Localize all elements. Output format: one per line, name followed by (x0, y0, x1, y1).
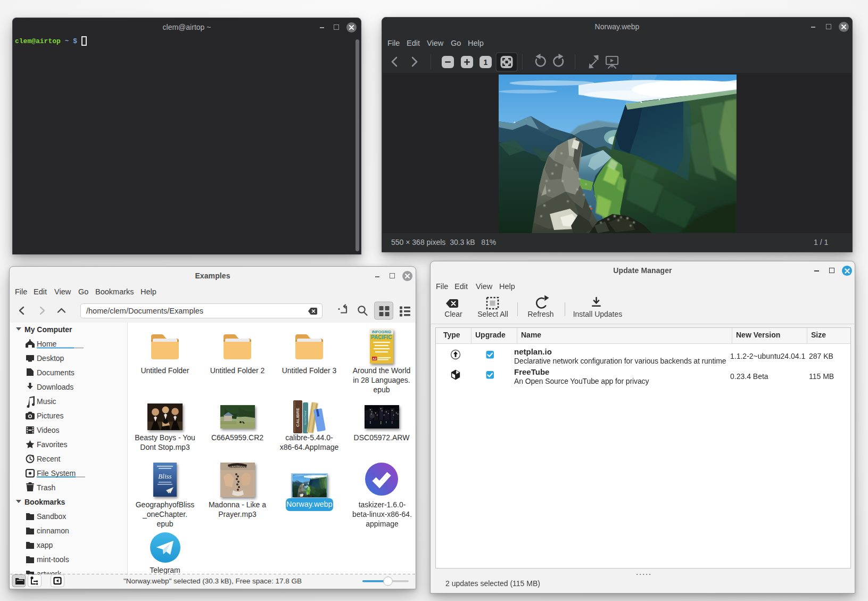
svg-text:Bliss: Bliss (158, 472, 171, 480)
svg-text:PACIFIC: PACIFIC (371, 334, 392, 340)
svg-text:INFOGRID: INFOGRID (372, 330, 392, 334)
svg-text:AZ: AZ (373, 357, 377, 360)
svg-text:CALIBRE: CALIBRE (295, 408, 300, 427)
svg-text:MADONNA: MADONNA (229, 465, 247, 468)
svg-text:Secret Grand: Secret Grand (304, 410, 307, 425)
svg-text:1: 1 (484, 58, 488, 67)
